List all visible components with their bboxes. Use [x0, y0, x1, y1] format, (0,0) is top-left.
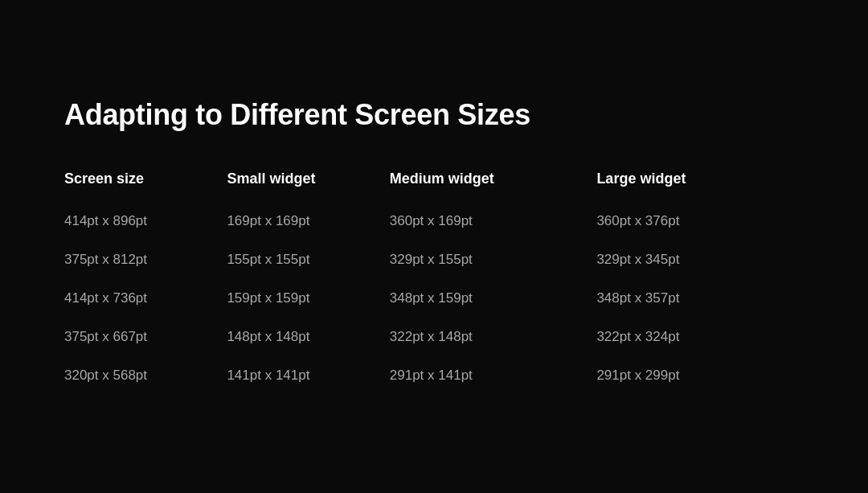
table-row: 320pt x 568pt141pt x 141pt291pt x 141pt2…	[64, 356, 804, 395]
cell-large-widget: 348pt x 357pt	[596, 279, 804, 318]
screen-sizes-table: Screen size Small widget Medium widget L…	[64, 170, 804, 395]
table-row: 414pt x 896pt169pt x 169pt360pt x 169pt3…	[64, 202, 804, 240]
cell-large-widget: 322pt x 324pt	[596, 318, 804, 356]
cell-medium-widget: 348pt x 159pt	[390, 279, 597, 318]
cell-screen-size: 320pt x 568pt	[64, 356, 227, 395]
table-row: 375pt x 667pt148pt x 148pt322pt x 148pt3…	[64, 318, 804, 356]
cell-medium-widget: 322pt x 148pt	[390, 318, 597, 356]
cell-screen-size: 375pt x 667pt	[64, 318, 227, 356]
cell-screen-size: 414pt x 736pt	[64, 279, 227, 318]
cell-medium-widget: 291pt x 141pt	[390, 356, 597, 395]
table-row: 375pt x 812pt155pt x 155pt329pt x 155pt3…	[64, 240, 804, 279]
cell-small-widget: 155pt x 155pt	[227, 240, 389, 279]
cell-large-widget: 360pt x 376pt	[596, 202, 804, 240]
cell-small-widget: 169pt x 169pt	[227, 202, 389, 240]
cell-small-widget: 148pt x 148pt	[227, 318, 389, 356]
cell-screen-size: 414pt x 896pt	[64, 202, 227, 240]
cell-large-widget: 291pt x 299pt	[596, 356, 804, 395]
header-small-widget: Small widget	[227, 170, 389, 202]
cell-medium-widget: 329pt x 155pt	[390, 240, 597, 279]
cell-medium-widget: 360pt x 169pt	[390, 202, 597, 240]
header-screen-size: Screen size	[64, 170, 227, 202]
main-container: Adapting to Different Screen Sizes Scree…	[0, 50, 868, 443]
page-title: Adapting to Different Screen Sizes	[64, 98, 804, 132]
cell-large-widget: 329pt x 345pt	[596, 240, 804, 279]
cell-small-widget: 159pt x 159pt	[227, 279, 389, 318]
header-medium-widget: Medium widget	[390, 170, 597, 202]
cell-screen-size: 375pt x 812pt	[64, 240, 227, 279]
cell-small-widget: 141pt x 141pt	[227, 356, 389, 395]
header-large-widget: Large widget	[596, 170, 804, 202]
table-row: 414pt x 736pt159pt x 159pt348pt x 159pt3…	[64, 279, 804, 318]
